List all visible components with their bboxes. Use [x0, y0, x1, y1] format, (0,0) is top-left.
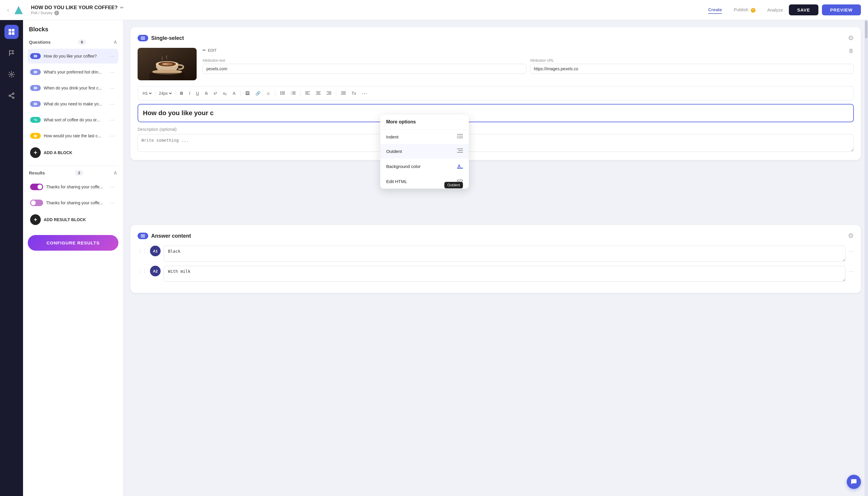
text-color-button[interactable]: A	[230, 90, 238, 97]
question-input-wrapper[interactable]: How do you like your c	[138, 104, 854, 122]
add-block-icon: +	[30, 147, 41, 158]
block-label-3: What do you need to make yo...	[44, 102, 105, 106]
questions-toggle[interactable]: ∧	[113, 39, 117, 45]
subscript-button[interactable]: x₂	[220, 90, 229, 97]
results-label: Results	[29, 170, 45, 175]
superscript-button[interactable]: x²	[211, 90, 219, 97]
align-left-button[interactable]	[303, 90, 312, 97]
subtitle-text: Poll / Survey	[31, 11, 52, 15]
toolbar-divider-4	[275, 90, 276, 96]
bold-button[interactable]: B	[178, 90, 185, 97]
block-more-5[interactable]: ⋯	[108, 131, 116, 140]
answer-more-0[interactable]: ⋯	[849, 246, 854, 254]
results-toggle[interactable]: ∧	[113, 169, 117, 176]
block-icon-0	[30, 53, 41, 59]
answer-card-header: Answer content ⚙	[138, 232, 854, 240]
outdent-label: Outdent	[386, 149, 402, 154]
italic-button[interactable]: I	[187, 90, 192, 97]
block-item-5[interactable]: How would you rate the last c... ⋯	[28, 128, 119, 143]
block-item-2[interactable]: When do you drink your first c... ⋯	[28, 81, 119, 95]
heading-select[interactable]: H1	[141, 91, 153, 96]
attr-row: Attribution text Attribution URL	[203, 59, 854, 74]
underline-button[interactable]: U	[194, 90, 201, 97]
sidebar-item-settings[interactable]	[4, 67, 19, 81]
result-item-1[interactable]: Thanks for sharing your coffe... ⋯	[28, 196, 119, 210]
block-item-3[interactable]: What do you need to make yo... ⋯	[28, 96, 119, 111]
drag-handle-1[interactable]: ⋮⋮	[138, 266, 147, 274]
result-label-0: Thanks for sharing your coffe...	[46, 185, 105, 189]
tab-publish[interactable]: Publish *	[734, 6, 755, 14]
answer-input-0[interactable]: Black	[164, 246, 846, 262]
background-color-option[interactable]: Background color A	[380, 158, 469, 174]
info-icon[interactable]: i	[54, 11, 59, 15]
sidebar-item-flag[interactable]	[4, 46, 19, 60]
unordered-list-button[interactable]	[278, 90, 287, 97]
edit-image-button[interactable]: ✏ EDIT	[203, 48, 217, 52]
image-button[interactable]: 🖼	[243, 90, 252, 97]
svg-marker-25	[34, 134, 37, 138]
align-right-button[interactable]	[324, 90, 334, 97]
result-more-1[interactable]: ⋯	[108, 198, 116, 207]
answer-card-settings-icon[interactable]: ⚙	[848, 232, 854, 240]
edit-title-icon[interactable]: ✏	[120, 5, 124, 10]
block-more-2[interactable]: ⋯	[108, 83, 116, 92]
main-layout: Blocks Questions 6 ∧ How do you like you…	[0, 20, 868, 496]
outdent-option[interactable]: Outdent	[380, 144, 469, 158]
configure-results-button[interactable]: CONFIGURE RESULTS	[28, 235, 119, 251]
add-result-label: ADD RESULT BLOCK	[44, 217, 86, 222]
emoji-button[interactable]: ☺	[264, 90, 273, 97]
tab-analyze[interactable]: Analyze	[767, 6, 783, 14]
chat-bubble[interactable]	[847, 475, 861, 489]
svg-line-12	[10, 94, 12, 95]
delete-image-button[interactable]: 🗑	[849, 48, 854, 54]
attribution-url-input[interactable]	[530, 64, 854, 74]
survey-subtitle: Poll / Survey i	[31, 11, 702, 15]
block-more-0[interactable]: ⋯	[108, 52, 116, 61]
answer-more-1[interactable]: ⋯	[849, 266, 854, 275]
block-more-1[interactable]: ⋯	[108, 67, 116, 76]
add-result-icon: +	[30, 214, 41, 225]
clear-format-button[interactable]: Tx	[349, 90, 359, 97]
ordered-list-button[interactable]: 1.2.3.	[289, 90, 298, 97]
card-type-label: Single-select	[151, 35, 184, 41]
add-block-button[interactable]: + ADD A BLOCK	[28, 144, 119, 161]
tab-create[interactable]: Create	[708, 6, 722, 14]
attribution-text-input[interactable]	[203, 64, 526, 74]
link-button[interactable]: 🔗	[253, 90, 263, 97]
align-center-button[interactable]	[313, 90, 323, 97]
indent-button[interactable]	[339, 90, 348, 97]
fontsize-select[interactable]: 24px	[158, 91, 173, 96]
answer-badge-0: A1	[150, 246, 160, 256]
tab-publish-badge: *	[751, 8, 756, 13]
result-more-0[interactable]: ⋯	[108, 183, 116, 191]
strikethrough-button[interactable]: S	[203, 90, 210, 97]
background-color-icon: A	[457, 163, 463, 170]
sidebar-item-blocks[interactable]	[4, 25, 19, 39]
blocks-panel: Blocks Questions 6 ∧ How do you like you…	[23, 20, 123, 496]
block-more-4[interactable]: ⋯	[108, 115, 116, 124]
blocks-title: Blocks	[28, 26, 119, 33]
svg-point-9	[9, 95, 11, 96]
questions-section-header: Questions 6 ∧	[28, 39, 119, 45]
more-options-button[interactable]: ⋯	[360, 89, 370, 98]
block-more-3[interactable]: ⋯	[108, 99, 116, 108]
save-button[interactable]: SAVE	[789, 4, 818, 15]
block-item-4[interactable]: What sort of coffee do you or... ⋯	[28, 112, 119, 127]
app-logo	[12, 3, 25, 17]
scrollbar-thumb[interactable]	[865, 21, 867, 38]
result-item-0[interactable]: Thanks for sharing your coffe... ⋯	[28, 180, 119, 194]
preview-button[interactable]: PREVIEW	[822, 4, 861, 15]
card-settings-icon[interactable]: ⚙	[848, 34, 854, 42]
block-item-0[interactable]: How do you like your coffee? ⋯	[28, 49, 119, 63]
question-text[interactable]: How do you like your c	[143, 109, 849, 117]
nav-tabs: Create Publish * Analyze	[708, 6, 783, 14]
indent-option[interactable]: Indent	[380, 129, 469, 144]
add-result-button[interactable]: + ADD RESULT BLOCK	[28, 212, 119, 228]
sidebar-item-share[interactable]	[4, 89, 19, 103]
drag-handle-0[interactable]: ⋮⋮	[138, 246, 147, 253]
answer-input-1[interactable]: With milk	[164, 266, 846, 282]
block-item-1[interactable]: What's your preferred hot drin... ⋯	[28, 65, 119, 79]
nav-back-button[interactable]: ‹	[7, 6, 9, 13]
description-input[interactable]	[138, 134, 854, 152]
share-icon	[9, 92, 14, 99]
